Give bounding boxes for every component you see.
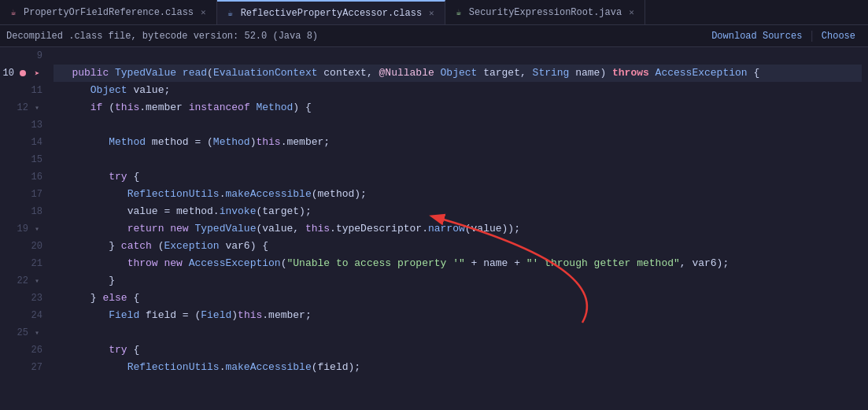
- brace-try2: {: [133, 342, 139, 359]
- dot-typedesc: .typeDescriptor.: [330, 220, 428, 238]
- gutter-row-19: 19 ▾: [0, 220, 47, 238]
- gutter-row-14: 14: [0, 134, 47, 151]
- gutter-row-11: 11: [0, 82, 47, 99]
- tab-property-or-field[interactable]: ☕ PropertyOrFieldReference.class ✕: [0, 0, 217, 24]
- type-object2: Object: [90, 82, 134, 99]
- paren-method: (method);: [312, 186, 367, 203]
- type-method2: Method: [109, 134, 152, 151]
- code-line-25: [54, 324, 862, 342]
- kw-catch: catch: [121, 238, 158, 255]
- paren-open: (: [207, 65, 213, 82]
- breakpoint-icon-10[interactable]: [17, 68, 28, 79]
- tab-label-active: ReflectivePropertyAccessor.class: [241, 8, 422, 19]
- kw-instanceof: instanceof: [189, 99, 257, 116]
- code-line-21: throw new AccessException ( "Unable to a…: [54, 255, 862, 272]
- code-line-9: [54, 47, 862, 65]
- dot2: .: [220, 359, 226, 376]
- dot-member2: .member;: [281, 134, 330, 151]
- code-line-14: Method method = ( Method ) this .member;: [54, 134, 862, 151]
- code-line-16: try {: [54, 168, 862, 186]
- brace-open2: {: [133, 168, 139, 186]
- gutter-row-25: 25 ▾: [0, 324, 47, 342]
- comma-var6: , var6);: [680, 255, 729, 272]
- indent: [54, 134, 109, 151]
- method-invoke: invoke: [220, 203, 257, 220]
- kw-this3: this: [305, 220, 330, 238]
- tab-security-expression[interactable]: ☕ SecurityExpressionRoot.java ✕: [445, 0, 645, 24]
- kw-this: this: [115, 99, 139, 116]
- line-number-26: 26: [28, 345, 42, 356]
- var-value2: value = method.: [127, 203, 220, 220]
- kw-return: return: [127, 220, 171, 238]
- param-target: target,: [483, 65, 532, 82]
- paren-narrow: (value));: [465, 220, 520, 238]
- fold-icon-12[interactable]: ▾: [31, 102, 42, 113]
- indent: [54, 290, 90, 307]
- indent: [54, 342, 109, 359]
- java-icon-2: ☕: [225, 8, 236, 19]
- indent: [54, 99, 90, 116]
- info-bar: Decompiled .class file, bytecode version…: [0, 25, 868, 47]
- code-line-22: }: [54, 272, 862, 290]
- indent: [54, 203, 127, 220]
- java-icon-3: ☕: [453, 7, 464, 18]
- paren-target: (target);: [256, 203, 311, 220]
- code-line-19: return new TypedValue (value, this .type…: [54, 220, 862, 238]
- code-line-24: Field field = ( Field ) this .member;: [54, 307, 862, 324]
- method-makeaccessible2: makeAccessible: [225, 359, 311, 376]
- arrow-icon-10: ➤: [31, 68, 42, 79]
- gutter-row-13: 13: [0, 116, 47, 134]
- download-sources-button[interactable]: Download Sources: [705, 28, 808, 44]
- line-number-15: 15: [28, 154, 42, 165]
- kw-new: new: [170, 220, 194, 238]
- code-content[interactable]: public TypedValue read ( EvaluationConte…: [47, 47, 868, 410]
- kw-try2: try: [109, 342, 133, 359]
- dot-member3: .member;: [262, 307, 311, 324]
- type-exception: Exception: [164, 238, 225, 255]
- param-name: name): [575, 65, 612, 82]
- code-line-20: } catch ( Exception var6) {: [54, 238, 862, 255]
- line-number-19: 19: [14, 223, 28, 235]
- tab-reflective-property[interactable]: ☕ ReflectivePropertyAccessor.class ✕: [217, 0, 445, 24]
- brace-else: }: [90, 290, 103, 307]
- choose-button[interactable]: Choose: [815, 28, 862, 44]
- brace-close2: }: [109, 272, 115, 290]
- code-line-12: if ( this .member instanceof Method ) {: [54, 99, 862, 116]
- tab-label: PropertyOrFieldReference.class: [24, 7, 194, 18]
- gutter-row-22: 22 ▾: [0, 272, 47, 290]
- line-number-9: 9: [28, 50, 42, 61]
- indent: [54, 65, 72, 82]
- brace-close: }: [109, 238, 121, 255]
- code-line-18: value = method. invoke (target);: [54, 203, 862, 220]
- paren-value: (value,: [256, 220, 305, 238]
- gutter-row-12: 12 ▾: [0, 99, 47, 116]
- indent: [54, 307, 109, 324]
- str-through: "' through getter method": [526, 255, 680, 272]
- kw-throw: throw: [127, 255, 164, 272]
- type-method: Method: [257, 99, 294, 116]
- method-read: read: [183, 65, 207, 82]
- line-number-14: 14: [28, 137, 42, 148]
- fold-icon-25[interactable]: ▾: [31, 327, 42, 338]
- tab-close-active-icon[interactable]: ✕: [427, 7, 437, 19]
- line-number-10: 10: [0, 68, 14, 79]
- indent: [54, 238, 109, 255]
- gutter-row-26: 26: [0, 342, 47, 359]
- type-field: Field: [109, 307, 146, 324]
- gutter-row-20: 20: [0, 238, 47, 255]
- fold-icon-22[interactable]: ▾: [31, 275, 42, 286]
- cast-close: ): [250, 134, 257, 151]
- gutter-row-21: 21: [0, 255, 47, 272]
- indent: [54, 272, 109, 290]
- tab-close-icon[interactable]: ✕: [198, 6, 209, 18]
- method-narrow: narrow: [428, 220, 465, 238]
- indent: [54, 359, 127, 376]
- code-line-15: [54, 151, 862, 168]
- type-string: String: [533, 65, 576, 82]
- fold-icon-19[interactable]: ▾: [31, 223, 42, 235]
- indent: [54, 168, 109, 186]
- tab-close-3-icon[interactable]: ✕: [626, 6, 637, 18]
- brace-open: {: [753, 65, 759, 82]
- method-makeaccessible: makeAccessible: [225, 186, 311, 203]
- java-icon: ☕: [8, 7, 19, 18]
